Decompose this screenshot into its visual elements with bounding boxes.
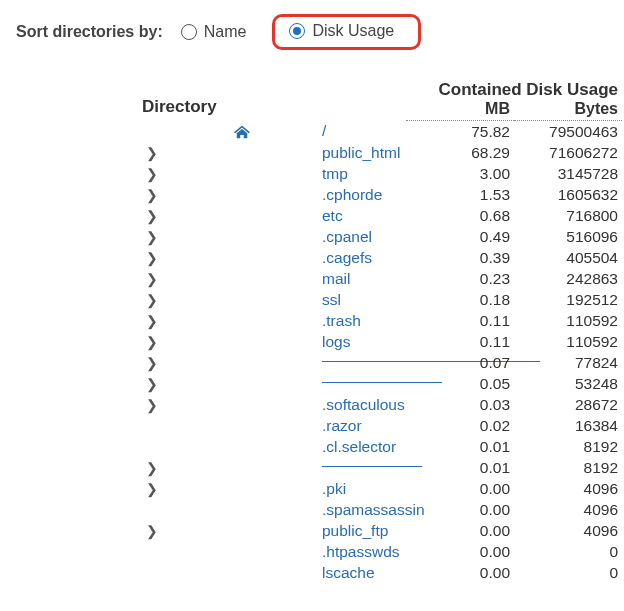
cell-bytes: 516096 bbox=[514, 226, 622, 247]
cell-bytes: 79500463 bbox=[514, 121, 622, 143]
sort-radio-name-label: Name bbox=[204, 23, 247, 41]
cell-mb: 0.02 bbox=[406, 415, 514, 436]
cell-mb: 0.49 bbox=[406, 226, 514, 247]
sort-radio-name[interactable]: Name bbox=[181, 23, 247, 41]
directory-link[interactable]: .htpasswds bbox=[322, 543, 400, 560]
expand-icon[interactable]: ❯ bbox=[146, 461, 158, 475]
table-row: ❯public_ftp0.004096 bbox=[142, 520, 622, 541]
cell-mb: 0.68 bbox=[406, 205, 514, 226]
directory-link[interactable]: / bbox=[322, 122, 326, 139]
table-row: ❯public_html68.2971606272 bbox=[142, 142, 622, 163]
cell-bytes: 110592 bbox=[514, 310, 622, 331]
directory-link[interactable]: ssl bbox=[322, 291, 341, 308]
cell-bytes: 53248 bbox=[514, 373, 622, 394]
table-row: lscache0.000 bbox=[142, 562, 622, 583]
cell-bytes: 0 bbox=[514, 541, 622, 562]
expand-icon[interactable]: ❯ bbox=[146, 524, 158, 538]
directory-link[interactable]: .razor bbox=[322, 417, 362, 434]
cell-bytes: 405504 bbox=[514, 247, 622, 268]
cell-mb: 75.82 bbox=[406, 121, 514, 143]
directory-link[interactable]: .pki bbox=[322, 480, 346, 497]
table-row: ❯.cphorde1.531605632 bbox=[142, 184, 622, 205]
table-row: .spamassassin0.004096 bbox=[142, 499, 622, 520]
cell-bytes: 4096 bbox=[514, 499, 622, 520]
directory-link[interactable]: .cpanel bbox=[322, 228, 372, 245]
table-row: ❯.trash0.11110592 bbox=[142, 310, 622, 331]
expand-icon[interactable]: ❯ bbox=[146, 293, 158, 307]
expand-icon[interactable]: ❯ bbox=[146, 209, 158, 223]
directory-table-wrap: Directory Contained Disk Usage MB Bytes … bbox=[142, 78, 622, 583]
cell-bytes: 16384 bbox=[514, 415, 622, 436]
expand-icon[interactable]: ❯ bbox=[146, 314, 158, 328]
directory-link[interactable]: .spamassassin bbox=[322, 501, 425, 518]
expand-icon[interactable]: ❯ bbox=[146, 167, 158, 181]
cell-bytes: 4096 bbox=[514, 520, 622, 541]
table-row: ❯0.0777824 bbox=[142, 352, 622, 373]
expand-icon[interactable]: ❯ bbox=[146, 398, 158, 412]
expand-icon[interactable]: ❯ bbox=[146, 377, 158, 391]
directory-link[interactable]: .trash bbox=[322, 312, 361, 329]
expand-icon[interactable]: ❯ bbox=[146, 188, 158, 202]
cell-mb: 0.00 bbox=[406, 520, 514, 541]
cell-mb: 1.53 bbox=[406, 184, 514, 205]
header-mb[interactable]: MB bbox=[406, 100, 514, 121]
cell-mb: 0.23 bbox=[406, 268, 514, 289]
cell-mb: 0.00 bbox=[406, 541, 514, 562]
directory-link[interactable]: etc bbox=[322, 207, 343, 224]
radio-icon bbox=[289, 23, 305, 39]
cell-mb: 0.11 bbox=[406, 310, 514, 331]
sort-controls: Sort directories by: Name Disk Usage bbox=[16, 14, 614, 50]
table-row: .cl.selector0.018192 bbox=[142, 436, 622, 457]
cell-mb: 0.01 bbox=[406, 457, 514, 478]
cell-bytes: 4096 bbox=[514, 478, 622, 499]
cell-mb: 0.00 bbox=[406, 562, 514, 583]
cell-bytes: 3145728 bbox=[514, 163, 622, 184]
cell-bytes: 1605632 bbox=[514, 184, 622, 205]
cell-mb: 0.18 bbox=[406, 289, 514, 310]
sort-radio-disk-label: Disk Usage bbox=[312, 22, 394, 40]
table-row: ❯logs0.11110592 bbox=[142, 331, 622, 352]
table-row: ❯etc0.68716800 bbox=[142, 205, 622, 226]
expand-icon[interactable]: ❯ bbox=[146, 335, 158, 349]
directory-table: Directory Contained Disk Usage MB Bytes … bbox=[142, 78, 622, 583]
directory-link[interactable]: .cl.selector bbox=[322, 438, 396, 455]
table-row: ❯.softaculous0.0328672 bbox=[142, 394, 622, 415]
directory-link[interactable]: public_ftp bbox=[322, 522, 388, 539]
table-row: ❯.pki0.004096 bbox=[142, 478, 622, 499]
header-contained-disk-usage: Contained Disk Usage bbox=[406, 78, 622, 100]
sort-radio-disk-usage[interactable]: Disk Usage bbox=[289, 22, 394, 40]
table-row: /75.8279500463 bbox=[142, 121, 622, 143]
header-directory: Directory bbox=[142, 78, 406, 121]
directory-link[interactable]: logs bbox=[322, 333, 350, 350]
cell-mb: 0.11 bbox=[406, 331, 514, 352]
table-row: ❯mail0.23242863 bbox=[142, 268, 622, 289]
header-bytes[interactable]: Bytes bbox=[514, 100, 622, 121]
expand-icon[interactable]: ❯ bbox=[146, 146, 158, 160]
directory-link[interactable]: .cagefs bbox=[322, 249, 372, 266]
expand-icon[interactable]: ❯ bbox=[146, 272, 158, 286]
expand-icon[interactable]: ❯ bbox=[146, 230, 158, 244]
expand-icon[interactable]: ❯ bbox=[146, 356, 158, 370]
expand-icon[interactable]: ❯ bbox=[146, 251, 158, 265]
directory-link[interactable]: lscache bbox=[322, 564, 375, 581]
table-row: .htpasswds0.000 bbox=[142, 541, 622, 562]
cell-mb: 0.01 bbox=[406, 436, 514, 457]
table-row: ❯tmp3.003145728 bbox=[142, 163, 622, 184]
table-row: ❯0.0553248 bbox=[142, 373, 622, 394]
cell-bytes: 716800 bbox=[514, 205, 622, 226]
cell-bytes: 8192 bbox=[514, 457, 622, 478]
table-row: .razor0.0216384 bbox=[142, 415, 622, 436]
directory-link[interactable]: tmp bbox=[322, 165, 348, 182]
directory-link[interactable]: .cphorde bbox=[322, 186, 382, 203]
directory-link[interactable]: public_html bbox=[322, 144, 400, 161]
expand-icon[interactable]: ❯ bbox=[146, 482, 158, 496]
redacted-directory-name[interactable] bbox=[322, 382, 442, 387]
cell-bytes: 8192 bbox=[514, 436, 622, 457]
cell-mb: 3.00 bbox=[406, 163, 514, 184]
directory-link[interactable]: mail bbox=[322, 270, 350, 287]
sort-label: Sort directories by: bbox=[16, 23, 163, 41]
cell-bytes: 192512 bbox=[514, 289, 622, 310]
redacted-directory-name[interactable] bbox=[322, 466, 422, 471]
directory-link[interactable]: .softaculous bbox=[322, 396, 405, 413]
table-row: ❯0.018192 bbox=[142, 457, 622, 478]
